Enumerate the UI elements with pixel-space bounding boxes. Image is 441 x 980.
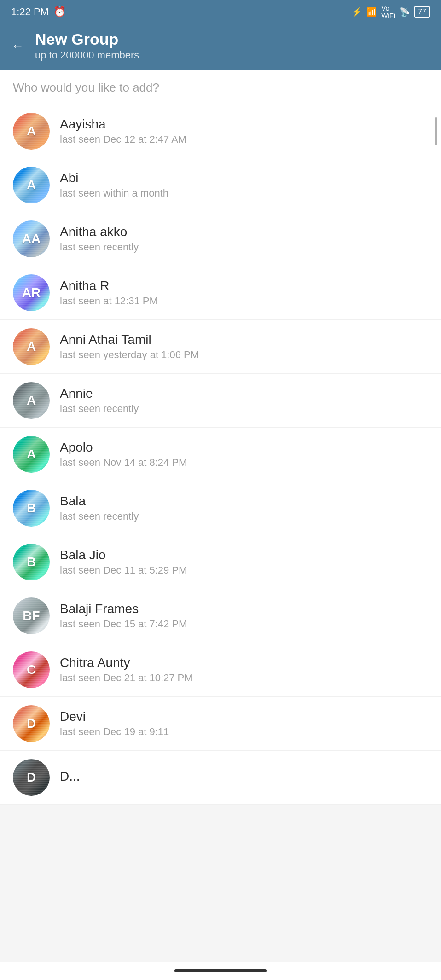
status-bar-right: ⚡ 📶 VoWiFi 📡 77 <box>352 5 430 20</box>
avatar: C <box>13 651 50 688</box>
avatar: A <box>13 113 50 150</box>
list-item[interactable]: AAAnitha akkolast seen recently <box>0 212 441 266</box>
contact-info: Balalast seen recently <box>60 494 428 522</box>
status-bar: 1:22 PM ⏰ ⚡ 📶 VoWiFi 📡 77 <box>0 0 441 24</box>
list-item[interactable]: BBala Jiolast seen Dec 11 at 5:29 PM <box>0 535 441 589</box>
avatar-initials: BF <box>23 609 40 623</box>
avatar: A <box>13 167 50 203</box>
contact-name: Bala <box>60 494 428 509</box>
contact-info: Bala Jiolast seen Dec 11 at 5:29 PM <box>60 548 428 576</box>
contact-status: last seen Dec 15 at 7:42 PM <box>60 618 428 630</box>
contact-status: last seen Nov 14 at 8:24 PM <box>60 457 428 469</box>
contact-name: Anni Athai Tamil <box>60 332 428 347</box>
list-item[interactable]: AAayishalast seen Dec 12 at 2:47 AM <box>0 104 441 158</box>
list-item[interactable]: DDevilast seen Dec 19 at 9:11 <box>0 697 441 751</box>
search-question-area: Who would you like to add? <box>0 70 441 104</box>
bottom-bar <box>0 962 441 980</box>
contact-name: D... <box>60 769 428 784</box>
header-subtitle: up to 200000 members <box>35 49 139 61</box>
avatar-initials: D <box>27 716 36 731</box>
avatar: BF <box>13 597 50 634</box>
contact-name: Apolo <box>60 440 428 455</box>
contact-status: last seen Dec 12 at 2:47 AM <box>60 133 428 145</box>
status-bar-left: 1:22 PM ⏰ <box>11 6 66 18</box>
list-item[interactable]: ARAnitha Rlast seen at 12:31 PM <box>0 266 441 320</box>
list-item[interactable]: AAnnielast seen recently <box>0 374 441 428</box>
alarm-icon: ⏰ <box>53 6 66 18</box>
contact-status: last seen recently <box>60 510 428 522</box>
avatar-initials: A <box>27 124 36 139</box>
search-question-text: Who would you like to add? <box>13 81 159 94</box>
contact-status: last seen Dec 11 at 5:29 PM <box>60 564 428 576</box>
avatar-initials: A <box>27 447 36 462</box>
contact-info: Anitha akkolast seen recently <box>60 225 428 253</box>
home-indicator <box>174 969 267 972</box>
avatar-initials: A <box>27 393 36 408</box>
list-item[interactable]: BFBalaji Frameslast seen Dec 15 at 7:42 … <box>0 589 441 643</box>
avatar-initials: A <box>27 178 36 192</box>
contact-list: AAayishalast seen Dec 12 at 2:47 AMAAbil… <box>0 104 441 805</box>
contact-name: Anitha akko <box>60 225 428 239</box>
contact-status: last seen recently <box>60 241 428 253</box>
list-item[interactable]: AAbilast seen within a month <box>0 158 441 212</box>
avatar-initials: B <box>27 501 36 516</box>
contact-name: Devi <box>60 709 428 724</box>
vowifi-label: VoWiFi <box>381 5 395 20</box>
avatar: D <box>13 705 50 742</box>
contact-info: Anni Athai Tamillast seen yesterday at 1… <box>60 332 428 361</box>
avatar-initials: A <box>27 339 36 354</box>
avatar: AR <box>13 274 50 311</box>
contact-name: Abi <box>60 171 428 186</box>
back-button[interactable]: ← <box>11 39 24 53</box>
avatar: A <box>13 328 50 365</box>
avatar-initials: D <box>27 770 36 785</box>
contact-name: Aayisha <box>60 117 428 132</box>
avatar: B <box>13 544 50 580</box>
contact-info: Aayishalast seen Dec 12 at 2:47 AM <box>60 117 428 145</box>
avatar-initials: AR <box>22 285 41 300</box>
contact-name: Chitra Aunty <box>60 655 428 670</box>
contact-name: Anitha R <box>60 278 428 293</box>
time-label: 1:22 PM <box>11 6 49 18</box>
signal-icon: 📶 <box>366 7 377 17</box>
battery-icon: 77 <box>414 6 430 18</box>
contact-status: last seen within a month <box>60 187 428 199</box>
contact-status: last seen Dec 21 at 10:27 PM <box>60 672 428 684</box>
header: ← New Group up to 200000 members <box>0 24 441 70</box>
header-title: New Group <box>35 30 139 48</box>
avatar-initials: B <box>27 555 36 569</box>
avatar: A <box>13 436 50 473</box>
contact-name: Bala Jio <box>60 548 428 562</box>
contact-info: Devilast seen Dec 19 at 9:11 <box>60 709 428 738</box>
contact-status: last seen Dec 19 at 9:11 <box>60 726 428 738</box>
list-item[interactable]: BBalalast seen recently <box>0 481 441 535</box>
list-item[interactable]: AAnni Athai Tamillast seen yesterday at … <box>0 320 441 374</box>
contact-name: Balaji Frames <box>60 602 428 616</box>
bluetooth-icon: ⚡ <box>352 7 362 17</box>
list-item[interactable]: CChitra Auntylast seen Dec 21 at 10:27 P… <box>0 643 441 697</box>
avatar: D <box>13 759 50 796</box>
list-item[interactable]: DD... <box>0 751 441 805</box>
contact-status: last seen recently <box>60 403 428 415</box>
avatar: AA <box>13 220 50 257</box>
avatar-initials: C <box>27 662 36 677</box>
scrollbar-thumb <box>435 117 437 145</box>
scrollbar-track[interactable] <box>435 104 437 805</box>
contact-info: Annielast seen recently <box>60 386 428 415</box>
contact-status: last seen at 12:31 PM <box>60 295 428 307</box>
contact-name: Annie <box>60 386 428 401</box>
avatar: A <box>13 382 50 419</box>
wifi-icon: 📡 <box>400 7 410 17</box>
avatar: B <box>13 490 50 527</box>
avatar-initials: AA <box>22 232 41 246</box>
contact-info: Apololast seen Nov 14 at 8:24 PM <box>60 440 428 469</box>
header-text: New Group up to 200000 members <box>35 30 139 61</box>
contact-info: Anitha Rlast seen at 12:31 PM <box>60 278 428 307</box>
list-item[interactable]: AApololast seen Nov 14 at 8:24 PM <box>0 428 441 481</box>
contact-info: Abilast seen within a month <box>60 171 428 199</box>
contact-status: last seen yesterday at 1:06 PM <box>60 349 428 361</box>
contact-info: D... <box>60 769 428 786</box>
contact-info: Chitra Auntylast seen Dec 21 at 10:27 PM <box>60 655 428 684</box>
contact-info: Balaji Frameslast seen Dec 15 at 7:42 PM <box>60 602 428 630</box>
